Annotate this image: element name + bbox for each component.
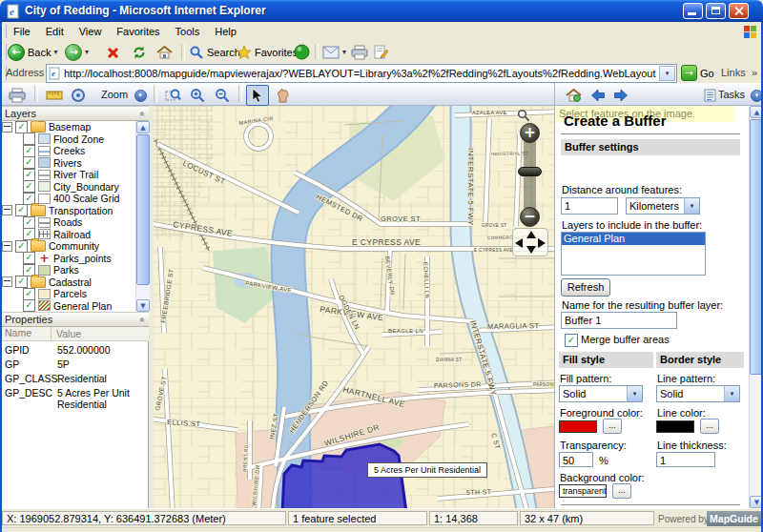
layer-checkbox[interactable]: ✓ <box>15 276 28 288</box>
scrollbar-thumb[interactable] <box>136 134 150 285</box>
stop-button[interactable] <box>107 42 118 62</box>
layer-row[interactable]: ✓400 Scale Grid <box>0 193 135 205</box>
collapse-panel-icon[interactable]: » <box>135 111 146 116</box>
back-dropdown-icon[interactable]: ▾ <box>53 48 57 56</box>
forward-dropdown-icon[interactable]: ▾ <box>85 48 89 56</box>
chevron-down-icon[interactable]: ▾ <box>724 386 739 401</box>
close-button[interactable] <box>729 3 749 19</box>
links-chevron-icon[interactable]: » <box>752 67 757 78</box>
edit-button[interactable] <box>374 42 388 62</box>
back-button[interactable]: ← Back ▾ <box>8 42 57 62</box>
zoom-slider-handle[interactable] <box>518 167 542 176</box>
measure-button[interactable] <box>43 85 66 106</box>
title-bar[interactable]: e City of Redding - Microsoft Internet E… <box>0 0 763 22</box>
collapse-expander-icon[interactable] <box>2 205 12 215</box>
mail-button[interactable]: ▾ <box>322 42 346 62</box>
refresh-task-button[interactable]: Refresh <box>561 278 610 297</box>
layer-row[interactable]: ✓Parks <box>0 264 135 276</box>
zoom-menu-dropdown[interactable]: ▾ <box>132 85 149 106</box>
buffer-name-input[interactable]: Buffer 1 <box>561 312 677 329</box>
layers-header[interactable]: Layers » <box>0 106 149 121</box>
layer-checkbox[interactable]: ✓ <box>15 121 28 133</box>
menu-edit[interactable]: Edit <box>38 23 72 37</box>
tasks-label[interactable]: Tasks <box>718 89 745 100</box>
buffer-layers-listbox[interactable]: General Plan <box>561 232 706 276</box>
layer-row[interactable]: ✓+Parks_points <box>0 253 135 265</box>
zoom-out-button[interactable] <box>211 85 234 106</box>
zoom-in-button[interactable] <box>186 85 209 106</box>
layer-row[interactable]: ✓Roads <box>0 216 135 229</box>
minimize-button[interactable] <box>683 3 703 19</box>
layer-checkbox[interactable]: ✓ <box>15 204 28 216</box>
collapse-panel-icon[interactable]: » <box>135 317 146 322</box>
zoom-out-slider-button[interactable]: − <box>520 207 540 227</box>
line-color-swatch[interactable] <box>656 420 694 433</box>
address-dropdown-icon[interactable]: ▾ <box>659 66 675 81</box>
task-back-button[interactable] <box>587 85 609 106</box>
pan-down-icon[interactable] <box>526 246 536 254</box>
properties-header[interactable]: Properties » <box>0 312 149 327</box>
layer-checkbox[interactable]: ✓ <box>23 288 35 300</box>
distance-input[interactable]: 1 <box>561 197 618 215</box>
background-color-picker-button[interactable]: ... <box>612 483 631 499</box>
media-button[interactable] <box>294 42 310 62</box>
forward-button[interactable]: → ▾ <box>65 42 89 62</box>
pan-right-icon[interactable] <box>538 238 546 248</box>
layer-checkbox[interactable]: ✓ <box>23 145 35 157</box>
address-input[interactable]: e http://localhost:8008/mapguide/mapview… <box>46 64 677 83</box>
foreground-color-swatch[interactable] <box>559 420 597 433</box>
menu-help[interactable]: Help <box>207 23 244 37</box>
pan-left-icon[interactable] <box>515 238 523 248</box>
merge-checkbox[interactable]: ✓ <box>565 334 578 347</box>
layer-row[interactable]: ✓Transportation <box>0 205 135 217</box>
task-home-button[interactable] <box>562 85 585 106</box>
menu-tools[interactable]: Tools <box>168 23 208 37</box>
layer-row[interactable]: ✓River Trail <box>0 169 135 181</box>
collapse-expander-icon[interactable] <box>2 276 12 287</box>
fill-pattern-select[interactable]: Solid ▾ <box>559 385 643 402</box>
zoom-in-slider-button[interactable]: + <box>520 123 540 143</box>
layer-row[interactable]: ✓Parcels <box>0 288 135 300</box>
foreground-color-picker-button[interactable]: ... <box>603 419 622 434</box>
zoom-rectangle-button[interactable] <box>161 85 184 106</box>
task-forward-button[interactable] <box>609 85 632 106</box>
favorites-button[interactable]: Favorites <box>237 42 298 62</box>
layer-row[interactable]: ✓Rivers <box>0 157 135 170</box>
scroll-down-icon[interactable]: ▼ <box>136 299 150 312</box>
layer-checkbox[interactable]: ✓ <box>23 180 35 193</box>
pan-up-icon[interactable] <box>526 231 536 238</box>
map-search-icon[interactable] <box>517 109 530 122</box>
select-tool-button[interactable] <box>246 85 269 106</box>
pan-tool-button[interactable] <box>272 85 295 106</box>
buffer-button[interactable] <box>67 85 90 106</box>
layer-row[interactable]: ✓General Plan <box>0 300 135 313</box>
collapse-expander-icon[interactable] <box>2 241 12 252</box>
menu-file[interactable]: File <box>6 23 38 37</box>
layers-scrollbar[interactable]: ▲ ▼ <box>135 121 150 312</box>
layer-checkbox[interactable]: ✓ <box>23 299 35 312</box>
line-color-picker-button[interactable]: ... <box>700 419 719 434</box>
chevron-down-icon[interactable]: ▾ <box>684 198 699 214</box>
rebar-grip[interactable] <box>2 44 7 59</box>
links-label[interactable]: Links <box>721 67 746 78</box>
home-button[interactable] <box>156 42 173 62</box>
zoom-menu-label[interactable]: Zoom <box>101 89 128 100</box>
go-button[interactable]: → Go <box>681 65 714 81</box>
layer-row[interactable]: ✓City_Boundary <box>0 181 135 194</box>
pan-control[interactable] <box>512 228 548 256</box>
layer-checkbox[interactable] <box>23 133 35 145</box>
layer-row[interactable]: ✓Cadastral <box>0 276 135 289</box>
refresh-button[interactable] <box>132 42 147 62</box>
thickness-input[interactable]: 1 <box>656 452 715 467</box>
layer-row[interactable]: ✓Creeks <box>0 145 135 157</box>
print-button[interactable] <box>351 42 368 62</box>
distance-unit-select[interactable]: Kilometers ▾ <box>626 197 700 215</box>
layer-row[interactable]: ✓Basemap <box>0 121 135 133</box>
layer-checkbox[interactable]: ✓ <box>15 240 28 253</box>
listbox-item[interactable]: General Plan <box>562 233 705 245</box>
collapse-expander-icon[interactable] <box>2 122 12 133</box>
scroll-up-icon[interactable]: ▲ <box>136 121 150 133</box>
transparency-input[interactable]: 50 <box>559 452 593 467</box>
line-pattern-select[interactable]: Solid ▾ <box>656 385 740 402</box>
mail-dropdown-icon[interactable]: ▾ <box>342 48 346 56</box>
